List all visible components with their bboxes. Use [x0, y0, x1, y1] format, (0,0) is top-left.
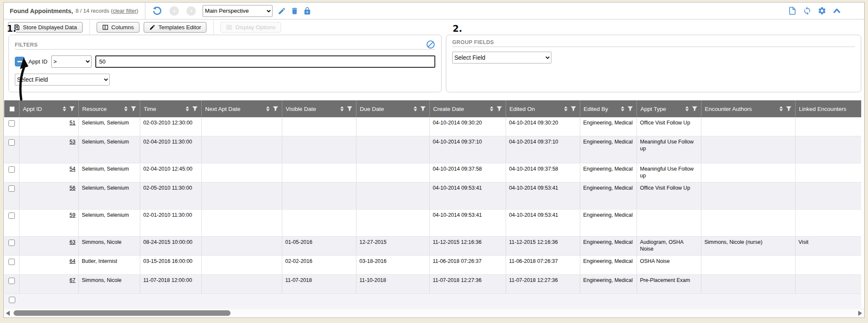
sort-icon[interactable]: [63, 106, 66, 111]
column-header-icons: [338, 106, 353, 112]
sort-icon[interactable]: [564, 106, 568, 111]
scroll-right-icon[interactable]: [858, 311, 862, 316]
cell-edited_on: 04-10-2014 09:53:41: [506, 210, 580, 236]
row-checkbox[interactable]: [8, 278, 15, 284]
appt-id-link[interactable]: 56: [70, 185, 75, 191]
next-icon[interactable]: ›: [186, 6, 196, 16]
filter-funnel-icon[interactable]: [192, 106, 198, 112]
display-options-button[interactable]: Display Options: [220, 22, 281, 33]
cell-resource: Selenium, Selenium: [79, 117, 140, 136]
block-icon[interactable]: [426, 40, 435, 49]
select-all-checkbox[interactable]: [9, 106, 15, 112]
filter-funnel-icon[interactable]: [786, 106, 792, 112]
remove-filter-icon[interactable]: [15, 57, 25, 66]
row-checkbox[interactable]: [8, 166, 15, 173]
cell-edited_on: 04-10-2014 09:37:10: [506, 136, 580, 163]
filter-row: Appt ID >: [15, 55, 435, 68]
cell-edited_by: Engineering, Medical: [580, 210, 637, 236]
filter-funnel-icon[interactable]: [69, 106, 75, 112]
table-body: 51Selenium, Selenium02-03-2010 12:30:000…: [4, 117, 861, 308]
column-header-type[interactable]: Appt Type: [637, 100, 701, 117]
table-row: 54Selenium, Selenium02-04-2010 12:45:000…: [4, 163, 861, 182]
column-header-edited_on[interactable]: Edited On: [506, 100, 580, 117]
sort-icon[interactable]: [266, 106, 270, 111]
appt-id-link[interactable]: 59: [70, 212, 75, 218]
sort-icon[interactable]: [124, 106, 128, 111]
appt-id-link[interactable]: 64: [70, 258, 75, 264]
sort-icon[interactable]: [621, 106, 624, 111]
cell-id: 67: [19, 275, 79, 293]
add-filter-field-select[interactable]: Select Field: [15, 74, 110, 86]
templates-editor-button[interactable]: Templates Editor: [144, 22, 207, 33]
filter-funnel-icon[interactable]: [347, 106, 353, 112]
column-header-visible[interactable]: Visible Date: [282, 100, 356, 117]
appt-id-link[interactable]: 67: [70, 277, 75, 283]
table-row: 53Selenium, Selenium02-04-2010 11:30:000…: [4, 136, 861, 163]
gear-icon[interactable]: [818, 6, 826, 15]
cell-authors: [701, 210, 796, 236]
edit-pencil-icon[interactable]: [278, 7, 286, 15]
store-displayed-data-label: Store Displayed Data: [23, 24, 77, 30]
undo-icon[interactable]: [152, 6, 162, 16]
appt-id-link[interactable]: 53: [70, 139, 75, 145]
sort-icon[interactable]: [340, 106, 344, 111]
filter-funnel-icon[interactable]: [570, 106, 576, 112]
lock-icon[interactable]: [303, 7, 312, 15]
group-field-select[interactable]: Select Field: [452, 52, 551, 63]
cell-time: 02-04-2010 11:30:00: [140, 136, 202, 163]
appt-id-link[interactable]: 51: [70, 120, 75, 126]
columns-label: Columns: [111, 24, 134, 30]
appt-id-link[interactable]: 54: [70, 166, 75, 172]
row-checkbox[interactable]: [8, 213, 15, 219]
collapse-chevron-up-icon[interactable]: [832, 6, 841, 15]
trash-icon[interactable]: [290, 7, 299, 15]
filter-operator-select[interactable]: >: [51, 55, 92, 68]
row-checkbox[interactable]: [8, 120, 15, 127]
table-row: 64Butler, Internist03-15-2016 16:00:0002…: [4, 256, 861, 275]
column-header-create[interactable]: Create Date: [430, 100, 506, 117]
previous-icon[interactable]: ‹: [170, 6, 179, 16]
column-header-edited_by[interactable]: Edited By: [580, 100, 637, 117]
cell-due: [356, 294, 430, 308]
scrollbar-thumb[interactable]: [14, 310, 231, 316]
store-displayed-data-button[interactable]: Store Displayed Data: [8, 22, 83, 33]
new-document-icon[interactable]: [788, 6, 797, 15]
row-checkbox[interactable]: [8, 259, 15, 265]
scroll-left-icon[interactable]: [6, 311, 10, 316]
filter-funnel-icon[interactable]: [692, 106, 698, 112]
column-header-due[interactable]: Due Date: [356, 100, 430, 117]
cell-next: [202, 136, 282, 163]
columns-button[interactable]: Columns: [97, 22, 139, 33]
row-checkbox[interactable]: [9, 297, 15, 303]
cell-due: 11-10-2018: [356, 275, 430, 293]
column-header-id[interactable]: Appt ID: [19, 100, 79, 117]
column-header-linked[interactable]: Linked Encounters: [796, 100, 861, 117]
column-header-time[interactable]: Time: [140, 100, 202, 117]
filter-value-input[interactable]: [95, 55, 435, 68]
sort-icon[interactable]: [186, 106, 189, 111]
filter-funnel-icon[interactable]: [627, 106, 633, 112]
filter-funnel-icon[interactable]: [131, 106, 136, 112]
table-row: [4, 294, 861, 308]
filter-funnel-icon[interactable]: [496, 106, 502, 112]
filters-header: FILTERS: [15, 39, 435, 50]
column-header-resource[interactable]: Resource: [79, 100, 140, 117]
sort-icon[interactable]: [779, 106, 783, 111]
row-checkbox[interactable]: [8, 185, 15, 192]
row-checkbox[interactable]: [8, 139, 15, 146]
sort-icon[interactable]: [685, 106, 689, 111]
refresh-icon[interactable]: [803, 6, 812, 15]
column-header-authors[interactable]: Encounter Authors: [701, 100, 796, 117]
clear-filter-link[interactable]: clear filter: [113, 8, 136, 14]
column-header-next[interactable]: Next Apt Date: [202, 100, 282, 117]
filter-funnel-icon[interactable]: [273, 106, 278, 112]
cell-time: 11-07-2018 12:00:00: [140, 275, 202, 293]
sort-icon[interactable]: [490, 106, 493, 111]
perspective-select[interactable]: Main Perspective: [203, 5, 273, 17]
cell-due: [356, 182, 430, 209]
row-checkbox[interactable]: [8, 240, 15, 246]
filter-funnel-icon[interactable]: [420, 106, 426, 112]
sort-icon[interactable]: [414, 106, 417, 111]
appt-id-link[interactable]: 63: [70, 239, 75, 245]
cell-linked: [796, 256, 861, 274]
